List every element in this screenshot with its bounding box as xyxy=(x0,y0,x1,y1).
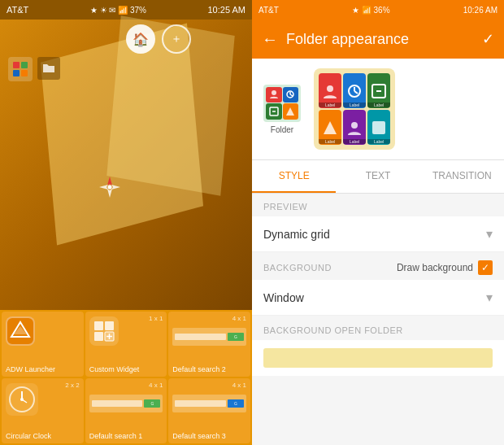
draw-background-checkbox[interactable]: ✓ xyxy=(478,260,493,275)
svg-line-24 xyxy=(290,94,293,96)
folder-sub-2 xyxy=(283,87,299,103)
color-swatch-row[interactable] xyxy=(252,340,504,376)
time-left: 10:25 AM xyxy=(208,5,245,15)
dynamic-grid-dropdown[interactable]: Dynamic grid ▾ xyxy=(252,216,504,252)
status-icons-right: ★ 📶 36% xyxy=(352,6,390,15)
search-bar-1 xyxy=(92,400,143,407)
svg-marker-6 xyxy=(99,185,108,190)
svg-line-31 xyxy=(354,91,358,94)
fbp-icon-2: Label xyxy=(343,73,366,108)
time-right: 10:26 AM xyxy=(463,6,497,15)
search-bar-2 xyxy=(175,334,226,340)
status-bar-right: AT&T ★ 📶 36% 10:26 AM xyxy=(252,0,504,20)
dynamic-grid-arrow: ▾ xyxy=(486,226,493,242)
background-label: BACKGROUND xyxy=(263,263,332,273)
svg-marker-5 xyxy=(107,189,112,198)
tab-transition[interactable]: TRANSITION xyxy=(420,160,504,193)
svg-point-20 xyxy=(20,398,24,401)
back-button[interactable]: ← xyxy=(262,30,278,49)
status-icons-left: ★ ☀ ✉ 📶 37% xyxy=(90,6,146,15)
right-panel: AT&T ★ 📶 36% 10:26 AM ← Folder appearanc… xyxy=(252,0,504,445)
fbp-icon-1: Label xyxy=(319,73,341,108)
default-search-1-cell[interactable]: 4 x 1 G Default search 1 xyxy=(85,378,167,443)
default-search-3-cell[interactable]: 4 x 1 G Default search 3 xyxy=(168,378,250,443)
custom-widget-label: Custom Widget xyxy=(89,365,140,373)
search-btn-3: G xyxy=(228,399,244,408)
custom-icon xyxy=(89,316,119,346)
svg-marker-34 xyxy=(324,121,337,134)
bg-color-swatch[interactable] xyxy=(263,348,493,368)
folder-label: Folder xyxy=(271,125,293,134)
svg-rect-2 xyxy=(13,70,20,76)
search-preview-2: G xyxy=(172,328,246,346)
default-search-2-label: Default search 2 xyxy=(172,365,226,373)
default-search-2-size: 4 x 1 xyxy=(232,315,246,322)
fbp-icon-5: Label xyxy=(343,110,366,145)
fbp-icon-4: Label xyxy=(319,110,341,145)
window-value: Window xyxy=(263,291,304,304)
tab-text[interactable]: TEXT xyxy=(336,160,419,193)
svg-point-35 xyxy=(351,122,358,129)
adw-icon xyxy=(6,316,35,346)
small-app-icon xyxy=(8,57,33,81)
tab-style[interactable]: STYLE xyxy=(252,160,336,193)
svg-rect-3 xyxy=(21,70,28,76)
search-bar-3 xyxy=(175,400,226,407)
default-search-2-cell[interactable]: 4 x 1 G Default search 2 xyxy=(168,312,250,377)
custom-widget-size: 1 x 1 xyxy=(149,315,163,322)
folder-icon-grid xyxy=(263,85,301,122)
svg-rect-12 xyxy=(105,321,114,330)
svg-rect-36 xyxy=(372,121,385,134)
custom-widget-cell[interactable]: 1 x 1 Custom Widget xyxy=(85,312,167,377)
svg-point-28 xyxy=(327,85,333,92)
search-preview-1: G xyxy=(89,395,163,412)
search-btn-2: G xyxy=(228,333,244,341)
svg-point-21 xyxy=(272,90,276,95)
top-widgets: 🏠 ＋ xyxy=(126,24,191,54)
background-section-header: BACKGROUND Draw background ✓ xyxy=(252,254,504,278)
adw-launcher-cell[interactable]: ADW Launcher xyxy=(2,312,84,377)
clock-icon xyxy=(6,383,38,416)
default-search-3-size: 4 x 1 xyxy=(232,382,246,389)
toolbar-title: Folder appearance xyxy=(286,31,474,48)
svg-point-8 xyxy=(108,185,112,190)
search-preview-3: G xyxy=(172,395,246,412)
circular-clock-label: Circular Clock xyxy=(6,432,51,440)
svg-marker-7 xyxy=(111,185,120,190)
circular-clock-size: 2 x 2 xyxy=(65,382,79,389)
draw-background-control[interactable]: Draw background ✓ xyxy=(397,260,493,275)
folder-icon-left xyxy=(37,57,60,80)
compass-icon xyxy=(98,175,122,199)
folder-sub-1 xyxy=(266,87,282,103)
svg-marker-4 xyxy=(107,177,112,185)
adw-label: ADW Launcher xyxy=(6,365,55,373)
window-arrow: ▾ xyxy=(486,290,493,305)
fbp-icon-3: Label xyxy=(367,73,390,108)
folder-icon-preview: Folder xyxy=(263,85,301,134)
folder-preview-row: Folder Label Label Label Label Label xyxy=(252,59,504,160)
folder-sub-3 xyxy=(266,103,282,120)
search-btn-1: G xyxy=(144,399,160,408)
toolbar: ← Folder appearance ✓ xyxy=(252,20,504,59)
circular-clock-cell[interactable]: 2 x 2 Circular Clock xyxy=(2,378,84,443)
tabs-row: STYLE TEXT TRANSITION xyxy=(252,160,504,194)
home-icon: 🏠 xyxy=(126,24,155,54)
bg-open-folder-label: BACKGROUND OPEN FOLDER xyxy=(252,317,504,338)
carrier-left: AT&T xyxy=(7,5,28,15)
add-widget-icon: ＋ xyxy=(162,24,191,54)
dynamic-grid-value: Dynamic grid xyxy=(263,228,330,241)
svg-rect-11 xyxy=(94,321,103,330)
content-area: PREVIEW Dynamic grid ▾ BACKGROUND Draw b… xyxy=(252,194,504,445)
window-dropdown[interactable]: Window ▾ xyxy=(252,280,504,316)
svg-rect-0 xyxy=(13,62,20,68)
check-button[interactable]: ✓ xyxy=(482,30,494,48)
default-search-1-label: Default search 1 xyxy=(89,432,143,440)
draw-background-label: Draw background xyxy=(397,262,473,273)
default-search-3-label: Default search 3 xyxy=(172,432,226,440)
folder-sub-4 xyxy=(283,103,299,120)
default-search-1-size: 4 x 1 xyxy=(149,382,163,389)
folder-big-preview: Label Label Label Label Label Label xyxy=(314,68,395,150)
bottom-grid: ADW Launcher 1 x 1 Custom Widget 4 x 1 xyxy=(0,310,252,445)
svg-rect-13 xyxy=(94,332,103,341)
carrier-right: AT&T xyxy=(259,6,279,15)
